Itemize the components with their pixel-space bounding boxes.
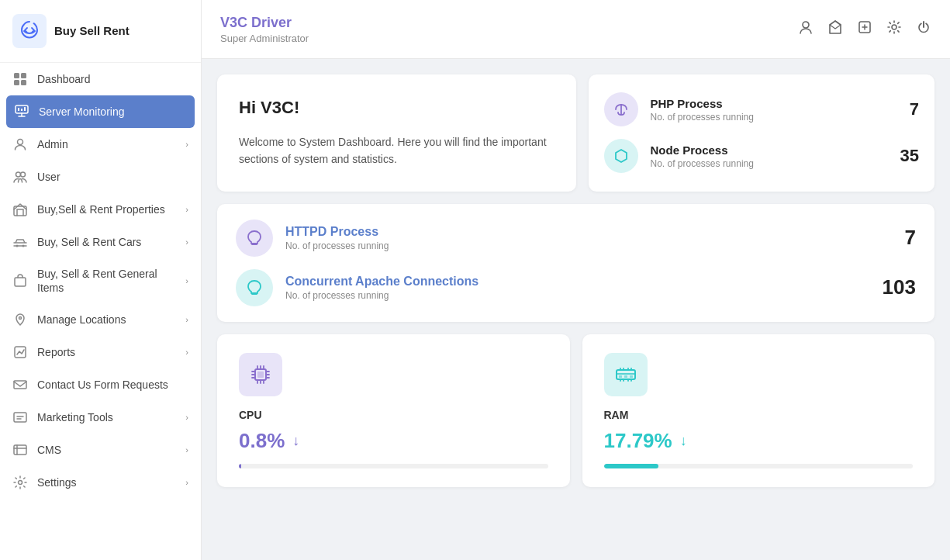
httpd-count: 7 <box>905 226 916 250</box>
node-process-count: 35 <box>900 146 919 166</box>
sidebar-item-manage-locations[interactable]: Manage Locations › <box>0 303 201 336</box>
main-content: V3C Driver Super Administrator <box>202 0 950 560</box>
cpu-icon <box>239 353 282 396</box>
process-card: PHP Process No. of processes running 7 N… <box>589 74 935 192</box>
httpd-name: HTTPD Process <box>285 225 893 239</box>
chevron-icon: › <box>185 205 188 214</box>
chevron-icon: › <box>185 347 188 357</box>
php-process-sub: No. of processes running <box>651 112 897 123</box>
sidebar-item-label: Buy, Sell & Rent General Items <box>37 267 176 295</box>
sidebar-item-label: Manage Locations <box>37 313 176 327</box>
svg-point-14 <box>22 245 25 247</box>
metrics-row: CPU 0.8% ↓ <box>217 334 934 487</box>
header-title: V3C Driver <box>220 15 309 31</box>
user-icon <box>12 169 28 185</box>
sidebar-nav: Dashboard Server Monitoring Admin › User <box>0 63 201 499</box>
sidebar-item-marketing-tools[interactable]: Marketing Tools › <box>0 401 201 434</box>
svg-rect-19 <box>14 445 26 455</box>
php-process-item: PHP Process No. of processes running 7 <box>604 92 920 126</box>
ram-bar <box>604 464 659 468</box>
ram-value-row: 17.79% ↓ <box>604 429 914 453</box>
svg-rect-7 <box>21 109 22 111</box>
settings-header-icon[interactable] <box>886 19 902 39</box>
svg-rect-27 <box>619 375 622 378</box>
sidebar-item-reports[interactable]: Reports › <box>0 336 201 368</box>
sidebar-item-server-monitoring[interactable]: Server Monitoring <box>6 95 195 128</box>
node-process-sub: No. of processes running <box>651 158 888 169</box>
edit-icon[interactable] <box>857 19 872 39</box>
svg-rect-6 <box>18 108 19 111</box>
sidebar-item-label: Buy, Sell & Rent Cars <box>37 235 176 249</box>
node-process-info: Node Process No. of processes running <box>651 143 888 169</box>
alert-icon[interactable] <box>827 19 843 39</box>
svg-rect-26 <box>617 370 635 379</box>
sidebar-item-admin[interactable]: Admin › <box>0 128 201 161</box>
sidebar-item-buy-sell-properties[interactable]: Buy,Sell & Rent Properties › <box>0 193 201 226</box>
profile-icon[interactable] <box>798 19 814 39</box>
ram-icon <box>604 353 648 396</box>
logo-text: Buy Sell Rent <box>54 24 130 38</box>
reports-icon <box>12 344 28 360</box>
sidebar-item-label: Contact Us Form Requests <box>37 378 188 392</box>
svg-point-13 <box>16 245 19 247</box>
chevron-icon: › <box>185 315 188 324</box>
svg-point-23 <box>892 25 896 29</box>
httpd-row: HTTPD Process No. of processes running 7… <box>217 204 934 322</box>
php-process-count: 7 <box>910 99 919 119</box>
cpu-value: 0.8% <box>239 429 285 453</box>
sidebar-item-user[interactable]: User <box>0 161 201 193</box>
sidebar-item-label: User <box>37 170 188 184</box>
server-monitoring-icon <box>14 104 29 119</box>
svg-rect-3 <box>14 80 19 85</box>
sidebar-item-settings[interactable]: Settings › <box>0 466 201 499</box>
sidebar-item-cms[interactable]: CMS › <box>0 434 201 466</box>
chevron-icon: › <box>185 140 188 149</box>
chevron-icon: › <box>185 445 188 455</box>
php-process-info: PHP Process No. of processes running <box>651 97 897 123</box>
apache-info: Concurrent Apache Connections No. of pro… <box>285 275 870 301</box>
apache-sub: No. of processes running <box>285 290 870 301</box>
welcome-message: Welcome to System Dashboard. Here you wi… <box>239 133 554 168</box>
svg-rect-29 <box>630 375 633 378</box>
sidebar-item-dashboard[interactable]: Dashboard <box>0 63 201 95</box>
cars-icon <box>12 234 28 250</box>
cpu-value-row: 0.8% ↓ <box>239 429 548 453</box>
httpd-icon <box>236 220 273 257</box>
cpu-arrow-icon: ↓ <box>292 433 299 449</box>
sidebar-item-buy-sell-cars[interactable]: Buy, Sell & Rent Cars › <box>0 226 201 258</box>
svg-rect-25 <box>257 372 264 378</box>
chevron-icon: › <box>185 276 188 285</box>
header-info: V3C Driver Super Administrator <box>220 15 309 44</box>
sidebar-item-label: Server Monitoring <box>39 105 187 119</box>
ram-value: 17.79% <box>604 429 672 453</box>
dashboard-icon <box>12 71 28 87</box>
sidebar-item-contact-form[interactable]: Contact Us Form Requests <box>0 368 201 401</box>
marketing-icon <box>12 410 28 425</box>
svg-rect-8 <box>24 107 26 111</box>
chevron-icon: › <box>185 237 188 247</box>
cpu-metric-card: CPU 0.8% ↓ <box>217 334 570 487</box>
svg-rect-15 <box>15 278 26 286</box>
svg-rect-18 <box>14 413 26 422</box>
svg-rect-28 <box>624 375 627 378</box>
settings-icon <box>12 475 28 490</box>
cms-icon <box>12 442 28 458</box>
sidebar-item-label: Settings <box>37 475 176 489</box>
sidebar-item-label: Buy,Sell & Rent Properties <box>37 202 176 216</box>
chevron-icon: › <box>185 413 188 422</box>
php-process-icon <box>604 92 638 126</box>
httpd-process-item: HTTPD Process No. of processes running 7 <box>236 220 916 257</box>
admin-icon <box>12 137 28 152</box>
sidebar-item-label: CMS <box>37 443 176 457</box>
power-icon[interactable] <box>916 19 931 39</box>
ram-label: RAM <box>604 409 914 421</box>
ram-arrow-icon: ↓ <box>680 433 687 449</box>
logo-icon <box>12 14 47 48</box>
cpu-bar <box>239 464 241 468</box>
welcome-greeting: Hi V3C! <box>239 98 554 118</box>
chevron-icon: › <box>185 478 188 487</box>
sidebar-item-buy-sell-general[interactable]: Buy, Sell & Rent General Items › <box>0 258 201 303</box>
page-header: V3C Driver Super Administrator <box>202 0 950 59</box>
svg-rect-1 <box>14 73 19 78</box>
node-process-name: Node Process <box>651 143 888 157</box>
